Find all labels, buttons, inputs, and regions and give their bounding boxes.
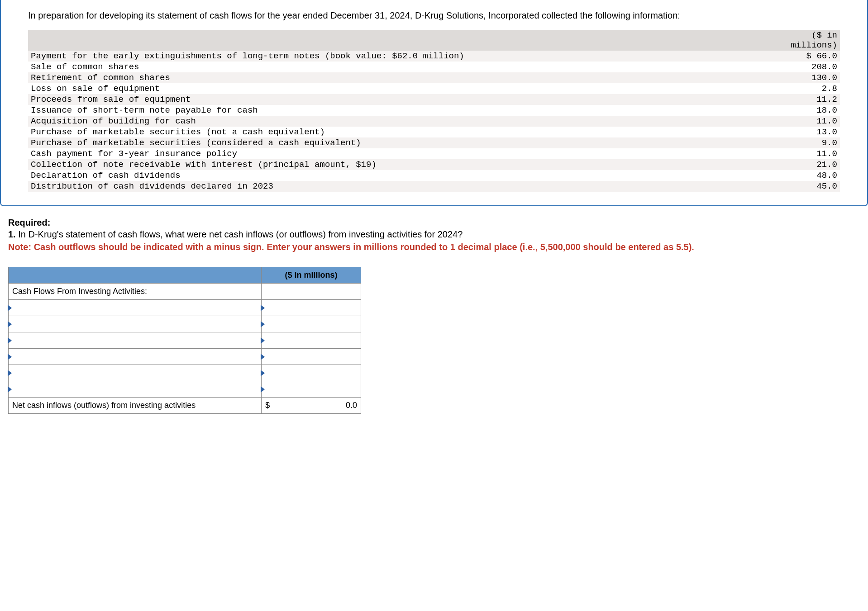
answer-label-select-1[interactable] bbox=[9, 300, 262, 316]
dropdown-indicator-icon bbox=[8, 386, 12, 393]
dropdown-indicator-icon bbox=[8, 337, 12, 344]
answer-table: ($ in millions) Cash Flows From Investin… bbox=[8, 267, 361, 414]
data-amount-cell: 11.0 bbox=[781, 148, 840, 159]
required-heading: Required: bbox=[8, 218, 50, 227]
answer-amount-select-2[interactable] bbox=[262, 316, 361, 332]
currency-symbol: $ bbox=[265, 401, 270, 410]
data-amount-cell: 45.0 bbox=[781, 181, 840, 192]
header-blank-cell bbox=[28, 30, 781, 51]
question-number: 1. bbox=[8, 229, 16, 239]
data-row: Proceeds from sale of equipment11.2 bbox=[28, 94, 840, 105]
data-amount-cell: 11.2 bbox=[781, 94, 840, 105]
answer-input-row-3 bbox=[9, 332, 361, 349]
question-container: In preparation for developing its statem… bbox=[0, 0, 868, 206]
data-amount-cell: 130.0 bbox=[781, 72, 840, 83]
data-amount-cell: 18.0 bbox=[781, 105, 840, 116]
total-value: 0.0 bbox=[346, 401, 357, 410]
dropdown-indicator-icon bbox=[261, 370, 265, 376]
answer-amount-select-4[interactable] bbox=[262, 349, 361, 365]
answer-label-select-3[interactable] bbox=[9, 332, 262, 349]
dropdown-indicator-icon bbox=[261, 305, 265, 311]
data-label-cell: Proceeds from sale of equipment bbox=[28, 94, 781, 105]
dropdown-indicator-icon bbox=[8, 370, 12, 376]
data-label-cell: Acquisition of building for cash bbox=[28, 116, 781, 127]
answer-amount-select-1[interactable] bbox=[262, 300, 361, 316]
answer-input-row-2 bbox=[9, 316, 361, 332]
data-row: Payment for the early extinguishments of… bbox=[28, 51, 840, 62]
data-amount-cell: 13.0 bbox=[781, 127, 840, 137]
answer-label-select-5[interactable] bbox=[9, 365, 262, 381]
answer-amount-select-6[interactable] bbox=[262, 381, 361, 398]
dropdown-indicator-icon bbox=[261, 337, 265, 344]
data-amount-cell: 9.0 bbox=[781, 137, 840, 148]
data-amount-cell: 48.0 bbox=[781, 170, 840, 181]
data-row: Retirement of common shares130.0 bbox=[28, 72, 840, 83]
data-row: Loss on sale of equipment2.8 bbox=[28, 83, 840, 94]
required-section: Required: 1. In D-Krug's statement of ca… bbox=[0, 218, 868, 414]
answer-input-row-5 bbox=[9, 365, 361, 381]
data-row: Purchase of marketable securities (not a… bbox=[28, 127, 840, 137]
data-label-cell: Collection of note receivable with inter… bbox=[28, 159, 781, 170]
table-header-row: ($ in millions) bbox=[28, 30, 840, 51]
intro-text: In preparation for developing its statem… bbox=[28, 9, 840, 22]
data-label-cell: Issuance of short-term note payable for … bbox=[28, 105, 781, 116]
answer-amount-select-5[interactable] bbox=[262, 365, 361, 381]
data-row: Collection of note receivable with inter… bbox=[28, 159, 840, 170]
total-amount-cell: $ 0.0 bbox=[262, 398, 361, 414]
data-label-cell: Sale of common shares bbox=[28, 62, 781, 72]
answer-header-amount: ($ in millions) bbox=[262, 267, 361, 284]
answer-label-select-6[interactable] bbox=[9, 381, 262, 398]
answer-amount-select-3[interactable] bbox=[262, 332, 361, 349]
data-row: Distribution of cash dividends declared … bbox=[28, 181, 840, 192]
required-block: Required: 1. In D-Krug's statement of ca… bbox=[8, 218, 860, 241]
information-table: ($ in millions) Payment for the early ex… bbox=[28, 30, 840, 192]
dropdown-indicator-icon bbox=[8, 305, 12, 311]
data-label-cell: Distribution of cash dividends declared … bbox=[28, 181, 781, 192]
dropdown-indicator-icon bbox=[261, 386, 265, 393]
data-row: Purchase of marketable securities (consi… bbox=[28, 137, 840, 148]
question-text: In D-Krug's statement of cash flows, wha… bbox=[18, 229, 463, 239]
answer-input-row-1 bbox=[9, 300, 361, 316]
data-amount-cell: 2.8 bbox=[781, 83, 840, 94]
answer-label-select-4[interactable] bbox=[9, 349, 262, 365]
dropdown-indicator-icon bbox=[8, 321, 12, 327]
answer-header-row: ($ in millions) bbox=[9, 267, 361, 284]
data-amount-cell: 11.0 bbox=[781, 116, 840, 127]
data-row: Acquisition of building for cash11.0 bbox=[28, 116, 840, 127]
note-text: Note: Cash outflows should be indicated … bbox=[8, 241, 860, 253]
total-label-cell: Net cash inflows (outflows) from investi… bbox=[9, 398, 262, 414]
section-title-cell: Cash Flows From Investing Activities: bbox=[9, 284, 262, 300]
answer-header-blank bbox=[9, 267, 262, 284]
data-label-cell: Purchase of marketable securities (consi… bbox=[28, 137, 781, 148]
data-row: Sale of common shares208.0 bbox=[28, 62, 840, 72]
data-label-cell: Retirement of common shares bbox=[28, 72, 781, 83]
dropdown-indicator-icon bbox=[261, 354, 265, 360]
data-label-cell: Loss on sale of equipment bbox=[28, 83, 781, 94]
dropdown-indicator-icon bbox=[261, 321, 265, 327]
data-amount-cell: 208.0 bbox=[781, 62, 840, 72]
question-line: 1. In D-Krug's statement of cash flows, … bbox=[8, 229, 463, 239]
data-amount-cell: 21.0 bbox=[781, 159, 840, 170]
data-label-cell: Declaration of cash dividends bbox=[28, 170, 781, 181]
data-row: Issuance of short-term note payable for … bbox=[28, 105, 840, 116]
section-title-amount-blank bbox=[262, 284, 361, 300]
answer-input-row-4 bbox=[9, 349, 361, 365]
answer-label-select-2[interactable] bbox=[9, 316, 262, 332]
answer-input-row-6 bbox=[9, 381, 361, 398]
data-row: Cash payment for 3-year insurance policy… bbox=[28, 148, 840, 159]
header-amount-cell: ($ in millions) bbox=[781, 30, 840, 51]
data-label-cell: Purchase of marketable securities (not a… bbox=[28, 127, 781, 137]
data-label-cell: Cash payment for 3-year insurance policy bbox=[28, 148, 781, 159]
section-title-row: Cash Flows From Investing Activities: bbox=[9, 284, 361, 300]
data-amount-cell: $ 66.0 bbox=[781, 51, 840, 62]
data-label-cell: Payment for the early extinguishments of… bbox=[28, 51, 781, 62]
total-row: Net cash inflows (outflows) from investi… bbox=[9, 398, 361, 414]
data-row: Declaration of cash dividends48.0 bbox=[28, 170, 840, 181]
dropdown-indicator-icon bbox=[8, 354, 12, 360]
